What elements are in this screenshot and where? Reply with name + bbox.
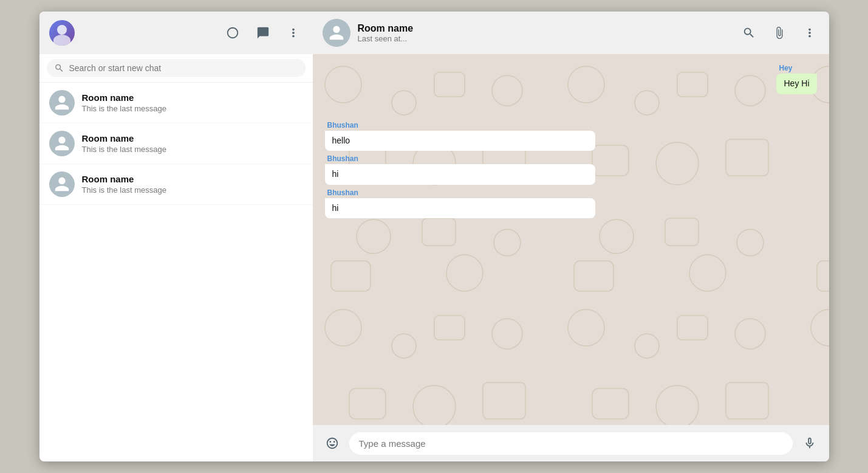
chat-icon [256,26,270,40]
messages-wrapper: Hey Hey Hi Bhushan hello Bhushan hi [325,64,817,218]
chat-item-name-2: Room name [82,133,303,143]
search-bar [39,54,313,83]
message-3: Bhushan hi [325,188,596,219]
emoji-icon [326,437,339,450]
right-header-icons [739,23,819,43]
user-avatar[interactable] [49,20,75,46]
emoji-btn[interactable] [323,433,342,453]
more-options-btn[interactable] [284,23,303,43]
left-panel: Room name This is the last message Room … [39,12,313,461]
message-4: Hey Hey Hi [776,64,816,94]
msg-bubble-3: hi [325,198,596,219]
more-vert-right-icon [803,26,816,40]
search-icon [742,26,756,40]
right-header-info: Room name Last seen at... [358,23,732,43]
search-input[interactable] [69,63,298,73]
status-icon-btn[interactable] [223,23,242,43]
chat-item-info-2: Room name This is the last message [82,133,303,154]
message-2: Bhushan hi [325,154,596,185]
mic-icon [803,437,816,450]
chat-item-info-1: Room name This is the last message [82,92,303,113]
chat-avatar-3 [49,171,75,197]
chat-item-name-1: Room name [82,92,303,103]
chat-input-bar [313,425,829,461]
right-panel: Room name Last seen at... [313,12,829,461]
chat-avatar-1 [49,90,75,116]
message-1: Bhushan hello [325,121,596,151]
msg-bubble-2: hi [325,164,596,185]
status-circle-icon [226,26,239,40]
chat-list: Room name This is the last message Room … [39,83,313,461]
chat-item-3[interactable]: Room name This is the last message [39,164,313,205]
chat-item-1[interactable]: Room name This is the last message [39,83,313,123]
chat-item-last-2: This is the last message [82,145,303,154]
attach-icon [773,26,786,40]
right-header-name: Room name [358,23,732,34]
app-container: Room name This is the last message Room … [39,12,829,461]
msg-bubble-4: Hey Hi [776,74,816,94]
msg-sender-1: Bhushan [325,121,596,129]
search-chat-btn[interactable] [739,23,759,43]
more-options-right-btn[interactable] [800,23,819,43]
msg-sender-4: Hey [776,64,816,72]
right-header: Room name Last seen at... [313,12,829,54]
chat-icon-btn[interactable] [253,23,273,43]
chat-area: Hey Hey Hi Bhushan hello Bhushan hi [313,54,829,425]
chat-item-info-3: Room name This is the last message [82,174,303,195]
search-icon [54,63,64,74]
left-header [39,12,313,54]
chat-item-2[interactable]: Room name This is the last message [39,123,313,164]
message-input[interactable] [349,432,793,455]
msg-sender-2: Bhushan [325,154,596,163]
mic-btn[interactable] [800,433,819,453]
more-vert-icon [287,26,300,40]
msg-sender-3: Bhushan [325,188,596,197]
incoming-group: Bhushan hello Bhushan hi Bhushan hi [325,121,817,219]
msg-bubble-1: hello [325,131,596,151]
attach-file-btn[interactable] [770,23,789,43]
chat-item-last-3: This is the last message [82,185,303,195]
right-header-avatar [323,19,350,47]
chat-item-last-1: This is the last message [82,104,303,113]
chat-item-name-3: Room name [82,174,303,184]
right-header-status: Last seen at... [358,34,732,43]
chat-avatar-2 [49,131,75,156]
search-input-wrap [47,59,306,77]
left-header-icons [223,23,303,43]
